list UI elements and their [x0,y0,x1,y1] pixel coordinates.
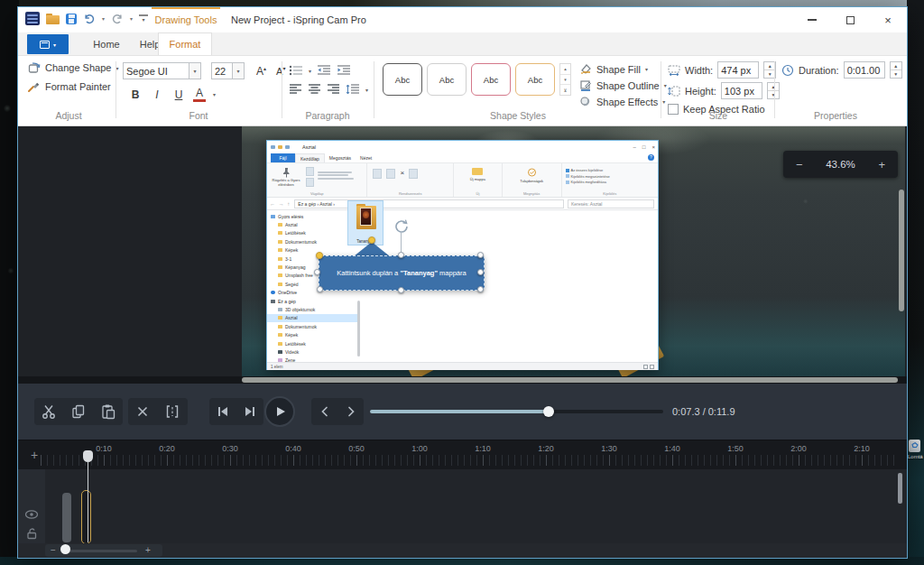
shape-style-2[interactable]: Abc [427,63,467,96]
shape-effects-button[interactable]: Shape Effects▾ [579,96,667,107]
height-input[interactable] [721,82,762,99]
customize-qat-icon[interactable]: ▾ [139,14,148,23]
desktop-wallpaper-left [0,0,19,565]
align-right-icon[interactable] [327,84,340,95]
timeline-zoom-thumb[interactable] [60,544,70,554]
next-frame-button[interactable] [243,404,257,419]
underline-button[interactable]: U [171,88,186,101]
gallery-more-icon[interactable]: ⊻ [560,85,570,95]
explorer-sidebar-scrollbar[interactable] [357,301,360,357]
context-tab-accent [152,7,220,9]
maximize-button[interactable] [831,7,869,32]
track-lock-icon[interactable] [25,527,38,540]
callout-shape[interactable]: Kattintsunk duplán a "Tananyag" mappára [319,255,485,291]
delete-button[interactable] [135,404,150,419]
font-color-button[interactable]: A [193,87,206,102]
format-painter-button[interactable]: Format Painter [27,80,118,93]
seek-bar-thumb[interactable] [543,406,554,417]
timeline-clip-selected[interactable] [81,490,91,544]
tab-format[interactable]: Format [158,32,212,55]
zoom-out-button[interactable]: − [796,158,803,171]
recycle-bin-shortcut[interactable]: Lomtá [908,440,924,476]
shape-style-3[interactable]: Abc [471,63,511,96]
gallery-up-icon[interactable]: ▴ [560,64,570,75]
maximize-icon: □ [642,144,646,150]
resize-handle-bottom-right[interactable] [477,286,484,292]
save-icon[interactable] [66,14,77,24]
undo-icon[interactable] [83,13,96,25]
font-size-dropdown-icon[interactable]: ▾ [233,62,245,79]
align-left-icon[interactable] [289,84,302,95]
line-spacing-icon[interactable] [346,84,360,95]
app-logo-icon[interactable] [25,12,40,25]
preview-canvas[interactable]: Asztal –□× Fájl Kezdőlap Megosztás Nézet… [18,126,907,384]
timeline-zoom-track[interactable] [61,550,137,552]
seek-bar[interactable] [370,410,663,413]
font-size-input[interactable] [211,62,233,79]
canvas-vertical-scrollbar[interactable] [899,190,904,311]
undo-dropdown-icon[interactable]: ▾ [102,16,105,22]
zoom-in-button[interactable]: + [878,158,885,171]
shape-fill-button[interactable]: Shape Fill▾ [579,63,667,75]
font-color-dropdown-icon[interactable]: ▾ [213,91,216,97]
callout-tail-handle[interactable] [368,236,375,244]
timeline-ruler[interactable]: + 0:10 0:20 0:30 0:40 0:50 1:00 1:10 1:2… [18,440,907,469]
line-spacing-dropdown-icon[interactable]: ▾ [365,87,368,93]
resize-handle-left[interactable] [314,269,320,275]
bold-button[interactable]: B [128,88,143,101]
group-label-size: Size [668,110,769,121]
open-icon[interactable] [46,15,60,24]
resize-handle-right[interactable] [477,269,484,275]
resize-handle-bottom-left[interactable] [317,286,323,292]
split-button[interactable] [164,404,180,419]
previous-frame-button[interactable] [216,404,230,419]
cut-button[interactable] [41,403,57,420]
resize-handle-top-right[interactable] [477,252,484,258]
minimize-button[interactable] [793,7,831,32]
redo-icon[interactable] [111,13,124,25]
play-button[interactable] [264,396,295,427]
timeline-zoom-in-button[interactable]: + [145,544,151,557]
font-family-input[interactable] [123,62,189,79]
style-gallery-scroll: ▴ ▾ ⊻ [559,63,571,96]
width-input[interactable] [717,61,759,79]
resize-handle-bottom[interactable] [398,287,404,293]
canvas-horizontal-scrollbar[interactable] [242,377,898,383]
increase-indent-icon[interactable] [337,65,351,76]
close-button[interactable]: × [869,7,907,32]
decrease-indent-icon[interactable] [317,65,331,76]
track-visibility-icon[interactable] [24,509,39,520]
italic-button[interactable]: I [150,88,164,101]
timeline-clip[interactable] [62,493,71,542]
grow-font-button[interactable]: A▴ [256,65,266,78]
tananyag-folder[interactable]: Tananyag [347,200,383,245]
paste-button[interactable] [100,403,116,420]
shape-outline-button[interactable]: Shape Outline▾ [579,79,667,91]
redo-dropdown-icon[interactable]: ▾ [130,16,133,22]
timeline-zoom-out-button[interactable]: − [51,544,56,557]
callout-tail [354,242,390,256]
align-center-icon[interactable] [308,84,321,95]
timeline-scrollbar[interactable] [898,473,902,504]
shape-style-1[interactable]: Abc [383,63,422,96]
duration-input[interactable] [844,61,885,79]
rotation-handle-icon[interactable] [393,218,410,235]
duration-stepper[interactable]: ▲▼ [890,61,902,79]
shape-style-4[interactable]: Abc [515,63,555,96]
height-stepper[interactable]: ▲▼ [767,82,780,99]
timeline-tracks[interactable] [18,469,907,543]
font-family-dropdown-icon[interactable]: ▾ [189,62,201,79]
change-shape-button[interactable]: Change Shape ▾ [27,61,118,74]
app-menu-button[interactable]: ▾ [27,34,69,54]
next-clip-button[interactable] [345,405,357,418]
resize-handle-top[interactable] [398,252,404,258]
tab-home[interactable]: Home [83,32,130,55]
gallery-down-icon[interactable]: ▾ [560,75,570,86]
timeline-zoom-bar: − + [18,543,907,558]
copy-button[interactable] [70,403,87,420]
bullet-list-dropdown-icon[interactable]: ▾ [309,68,311,74]
bullet-list-icon[interactable] [289,65,303,76]
close-icon: × [651,144,655,150]
previous-clip-button[interactable] [319,405,331,418]
callout-adjust-handle[interactable] [316,252,323,259]
